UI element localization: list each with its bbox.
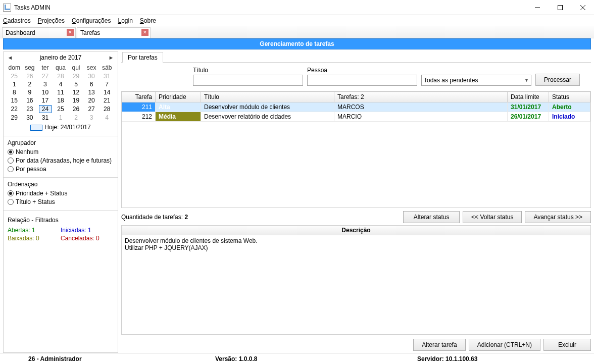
menubar: CadastrosProjeçõesConfiguraçõesLoginSobr… — [0, 15, 594, 26]
window-title: Tasks ADMIN — [14, 4, 526, 11]
bottom-buttons: Alterar tarefa Adicionar (CTRL+N) Exclui… — [121, 335, 591, 353]
calendar-day[interactable]: 14 — [99, 88, 115, 96]
statusbar: 26 - Administrador Versão: 1.0.0.8 Servi… — [0, 353, 594, 364]
voltar-status-button[interactable]: << Voltar status — [463, 211, 522, 223]
calendar-day[interactable]: 19 — [68, 96, 84, 105]
menu-configurações[interactable]: Configurações — [72, 17, 111, 24]
calendar-day[interactable]: 7 — [99, 80, 115, 88]
calendar-day[interactable]: 26 — [22, 72, 38, 80]
col-data-limite[interactable]: Data limite — [508, 92, 549, 102]
radio-por-data-atrasadas-hoje-e-futuras-[interactable]: Por data (Atrasadas, hoje e futuras) — [8, 157, 114, 164]
menu-projeções[interactable]: Projeções — [38, 17, 65, 24]
calendar-day[interactable]: 22 — [7, 105, 22, 114]
calendar-day[interactable]: 25 — [7, 72, 22, 80]
qty-label: Quantidade de tarefas: — [121, 214, 183, 221]
calendar-day[interactable]: 31 — [37, 114, 53, 122]
table-row[interactable]: 212MédiaDesenvover relatório de cidadesM… — [122, 112, 590, 122]
col-tarefa[interactable]: Tarefa — [122, 92, 156, 102]
calendar-day[interactable]: 2 — [68, 114, 84, 122]
doc-tab-tarefas[interactable]: Tarefas — [77, 27, 151, 38]
titlebar: Tasks ADMIN — [0, 0, 594, 15]
calendar-day[interactable]: 13 — [84, 88, 100, 96]
calendar-day[interactable]: 30 — [84, 72, 100, 80]
stat-canceladas: Canceladas: 0 — [61, 235, 114, 242]
filter-status-combo[interactable]: Todas as pendentes ▼ — [421, 75, 531, 86]
col-titulo[interactable]: Título — [201, 92, 334, 102]
calendar-day[interactable]: 28 — [53, 72, 69, 80]
calendar-day[interactable]: 1 — [7, 80, 22, 88]
calendar-day[interactable]: 27 — [84, 105, 100, 114]
calendar-day[interactable]: 11 — [53, 88, 69, 96]
calendar-day[interactable]: 3 — [84, 114, 100, 122]
radio-icon — [8, 190, 14, 196]
filter-titulo-input[interactable] — [193, 75, 303, 86]
minimize-button[interactable] — [526, 0, 549, 15]
close-icon[interactable] — [67, 29, 74, 36]
document-tabstrip: DashboardTarefas — [0, 26, 594, 38]
doc-tab-dashboard[interactable]: Dashboard — [2, 27, 76, 38]
alterar-status-button[interactable]: Alterar status — [403, 211, 460, 223]
calendar-day[interactable]: 1 — [53, 114, 69, 122]
avancar-status-button[interactable]: Avançar status >> — [525, 211, 591, 223]
excluir-button[interactable]: Excluir — [543, 339, 591, 351]
radio-t-tulo-status[interactable]: Título + Status — [8, 198, 114, 205]
calendar-day[interactable]: 3 — [37, 80, 53, 88]
close-icon[interactable] — [141, 29, 148, 36]
radio-icon — [8, 158, 14, 164]
adicionar-button[interactable]: Adicionar (CTRL+N) — [469, 339, 540, 351]
menu-cadastros[interactable]: Cadastros — [3, 17, 31, 24]
calendar-day[interactable]: 25 — [53, 105, 69, 114]
calendar-day[interactable]: 17 — [37, 96, 53, 105]
calendar-day[interactable]: 24 — [37, 105, 53, 114]
process-button[interactable]: Processar — [535, 74, 580, 86]
calendar-day[interactable]: 16 — [22, 96, 38, 105]
calendar-day[interactable]: 18 — [53, 96, 69, 105]
menu-sobre[interactable]: Sobre — [140, 17, 156, 24]
col-tarefas-count[interactable]: Tarefas: 2 — [334, 92, 508, 102]
relation-header: Relação - Filtrados — [8, 217, 114, 224]
calendar-day[interactable]: 21 — [99, 96, 115, 105]
calendar-day[interactable]: 8 — [7, 88, 22, 96]
calendar-day[interactable]: 29 — [68, 72, 84, 80]
description-header: Descrição — [122, 226, 590, 235]
calendar: ◄ janeiro de 2017 ► domsegterquaquisexsá… — [4, 52, 118, 133]
calendar-day[interactable]: 27 — [37, 72, 53, 80]
tab-por-tarefas[interactable]: Por tarefas — [122, 52, 163, 63]
calendar-day[interactable]: 31 — [99, 72, 115, 80]
filter-pessoa-input[interactable] — [307, 75, 417, 86]
calendar-day[interactable]: 20 — [84, 96, 100, 105]
calendar-day[interactable]: 4 — [53, 80, 69, 88]
calendar-day[interactable]: 12 — [68, 88, 84, 96]
close-button[interactable] — [571, 0, 594, 15]
maximize-button[interactable] — [549, 0, 571, 15]
calendar-day[interactable]: 4 — [99, 114, 115, 122]
calendar-day[interactable]: 6 — [84, 80, 100, 88]
calendar-day[interactable]: 10 — [37, 88, 53, 96]
filter-pessoa-label: Pessoa — [307, 67, 417, 74]
calendar-day[interactable]: 5 — [68, 80, 84, 88]
col-prioridade[interactable]: Prioridade — [156, 92, 201, 102]
calendar-day[interactable]: 23 — [22, 105, 38, 114]
calendar-day[interactable]: 2 — [22, 80, 38, 88]
main-panel: Por tarefas Título Pessoa Todas as pende… — [121, 51, 591, 353]
calendar-day[interactable]: 26 — [68, 105, 84, 114]
calendar-today-label[interactable]: Hoje: 24/01/2017 — [7, 124, 115, 131]
calendar-day[interactable]: 15 — [7, 96, 22, 105]
calendar-day[interactable]: 9 — [22, 88, 38, 96]
calendar-day[interactable]: 28 — [99, 105, 115, 114]
radio-por-pessoa[interactable]: Por pessoa — [8, 166, 114, 173]
calendar-day[interactable]: 30 — [22, 114, 38, 122]
calendar-next-button[interactable]: ► — [108, 55, 115, 61]
calendar-prev-button[interactable]: ◄ — [7, 55, 14, 61]
radio-prioridade-status[interactable]: Prioridade + Status — [8, 190, 114, 197]
radio-nenhum[interactable]: Nenhum — [8, 148, 114, 155]
calendar-title: janeiro de 2017 — [14, 54, 108, 61]
qty-value: 2 — [184, 214, 188, 221]
table-row[interactable]: 211AltaDesenvolver módulo de clientesMAR… — [122, 102, 590, 112]
task-grid[interactable]: Tarefa Prioridade Título Tarefas: 2 Data… — [121, 91, 591, 208]
col-status[interactable]: Status — [549, 92, 590, 102]
menu-login[interactable]: Login — [118, 17, 132, 24]
alterar-tarefa-button[interactable]: Alterar tarefa — [413, 339, 465, 351]
calendar-day[interactable]: 29 — [7, 114, 22, 122]
status-user: 26 - Administrador — [0, 355, 207, 362]
